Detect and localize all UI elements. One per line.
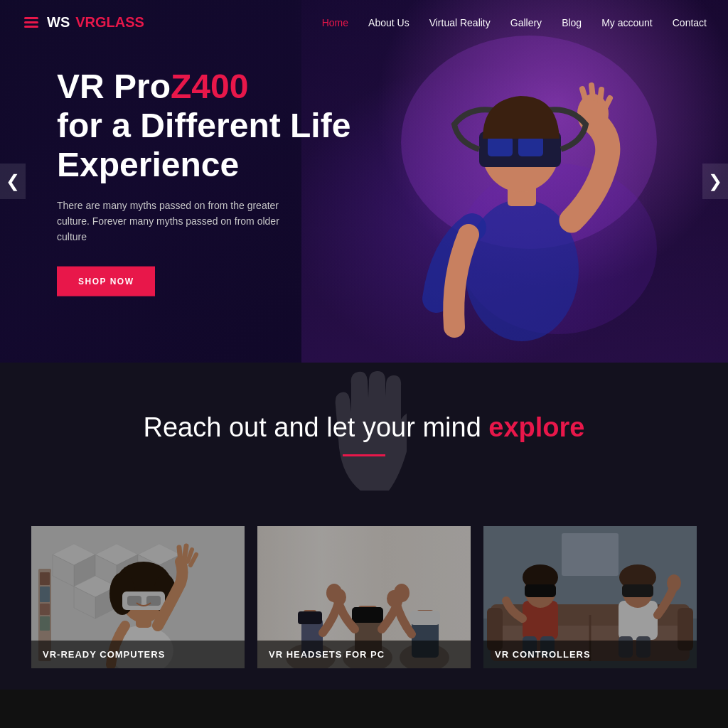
- hero-title-line3: Experience: [57, 146, 239, 183]
- svg-line-11: [592, 85, 593, 98]
- hero-person-image: [301, 0, 728, 363]
- shop-now-button[interactable]: SHOP NOW: [57, 266, 155, 296]
- carousel-next-button[interactable]: ❯: [702, 164, 728, 199]
- chevron-right-icon: ❯: [708, 171, 722, 191]
- nav-account[interactable]: My account: [601, 17, 653, 28]
- svg-line-10: [582, 89, 586, 101]
- svg-rect-9: [518, 136, 543, 156]
- explore-title: Reach out and let your mind explore: [21, 412, 707, 443]
- nav-contact[interactable]: Contact: [673, 17, 707, 28]
- card1-label: VR-READY COMPUTERS: [31, 641, 245, 668]
- hero-subtitle: There are many myths passed on from the …: [57, 197, 299, 245]
- chevron-left-icon: ❮: [6, 171, 20, 191]
- hero-content: VR ProZ400 for a Different Life Experien…: [57, 67, 350, 296]
- explore-title-accent: explore: [488, 412, 584, 442]
- main-nav: Home About Us Virtual Reality Gallery Bl…: [322, 17, 707, 28]
- explore-underline: [343, 454, 385, 456]
- hero-person-bg: [301, 0, 728, 363]
- card-vr-controllers[interactable]: VR CONTROLLERS: [483, 526, 697, 668]
- logo-ws: WS: [47, 14, 70, 31]
- card-vr-computers[interactable]: VR-READY COMPUTERS: [31, 526, 245, 668]
- nav-blog[interactable]: Blog: [562, 17, 582, 28]
- explore-title-normal: Reach out and let your mind: [143, 412, 488, 442]
- hero-title-accent: Z400: [171, 68, 248, 105]
- svg-line-13: [606, 98, 610, 107]
- logo[interactable]: WS VRGLASS: [21, 14, 144, 31]
- hero-section: VR ProZ400 for a Different Life Experien…: [0, 0, 728, 363]
- card3-label: VR CONTROLLERS: [483, 641, 697, 668]
- nav-vr[interactable]: Virtual Reality: [429, 17, 491, 28]
- hero-person-svg: [330, 0, 700, 363]
- svg-rect-8: [488, 136, 513, 156]
- hero-title: VR ProZ400 for a Different Life Experien…: [57, 67, 350, 185]
- nav-about[interactable]: About Us: [368, 17, 410, 28]
- hero-title-text: VR Pro: [57, 68, 171, 105]
- explore-section: Reach out and let your mind explore: [0, 363, 728, 505]
- card2-label: VR HEADSETS FOR PC: [257, 641, 471, 668]
- nav-home[interactable]: Home: [322, 17, 348, 28]
- nav-gallery[interactable]: Gallery: [510, 17, 542, 28]
- carousel-prev-button[interactable]: ❮: [0, 164, 26, 199]
- logo-brand: VRGLASS: [75, 14, 144, 31]
- cards-section: VR-READY COMPUTERS: [0, 505, 728, 690]
- card-vr-headsets[interactable]: VR HEADSETS FOR PC: [257, 526, 471, 668]
- svg-line-12: [600, 90, 601, 101]
- header: WS VRGLASS Home About Us Virtual Reality…: [0, 0, 728, 45]
- logo-icon: [21, 15, 41, 31]
- hero-title-line2: for a Different Life: [57, 107, 350, 144]
